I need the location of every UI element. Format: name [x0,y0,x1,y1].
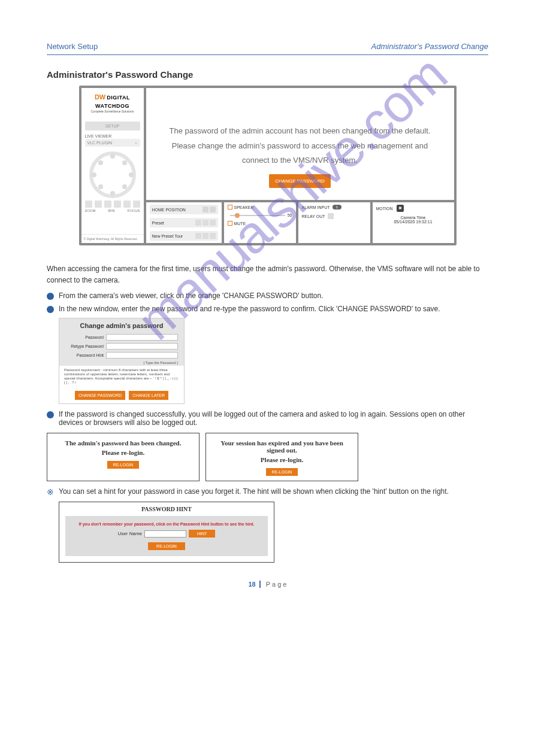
viewer-footer-controls: HOME POSITION Preset New Preset Tour [146,200,454,243]
retype-password-input[interactable] [106,343,178,350]
viewer-sidebar: DWDIGITAL WATCHDOG Complete Surveillance… [81,88,146,243]
logo-mark: DW [95,93,105,101]
page-label: P a g e [266,581,287,588]
ptz-buttons[interactable] [85,201,140,208]
password-requirement-text: Password requirement : minimum 8 charact… [59,366,184,388]
speaker-checkbox[interactable] [228,205,232,210]
relogin-button[interactable]: RE-LOGIN [266,468,298,476]
prompt-line2: Please change the admin's password to ac… [158,139,442,168]
setup-button[interactable]: SETUP [85,122,140,130]
password-input[interactable] [106,334,178,341]
change-password-prompt: The password of the admin account has no… [146,88,454,200]
home-position-label: HOME POSITION [152,208,201,212]
prompt-line1: The password of the admin account has no… [170,124,431,139]
live-viewer-label: LIVE VIEWER [85,134,140,138]
page-header: Network Setup Administrator's Password C… [47,42,488,55]
preset-tour-row[interactable]: New Preset Tour [150,231,218,241]
set-button[interactable] [202,207,208,212]
mute-checkbox[interactable] [228,221,232,226]
relogin-expired-msg1: Your session has expired and you have be… [211,439,353,454]
bullet-icon [47,306,54,313]
dlg-change-password-button[interactable]: CHANGE PASSWORD [75,391,125,400]
home-position-row: HOME POSITION [150,205,218,214]
hint-label: Password Hint [65,353,106,357]
preset-row[interactable]: Preset [150,218,218,227]
plugin-select[interactable]: VLC PLUGIN [85,139,140,147]
relogin-msg1: The admin's password has been changed. [52,439,194,447]
iris-label: IRIS [108,209,115,212]
change-password-dialog: Change admin's password Password Retype … [59,318,185,405]
header-topic: Administrator's Password Change [371,42,488,51]
bullet-1-text: From the camera's web viewer, click on t… [59,292,323,300]
hint-box-msg: If you don't remember your password, cli… [71,522,262,526]
brand-logo: DWDIGITAL WATCHDOG Complete Surveillance… [81,88,144,118]
retype-label: Retype Password [65,344,106,348]
logo-tagline: Complete Surveillance Solutions [85,110,140,113]
run-button[interactable] [210,207,216,212]
username-label: User Name [118,531,142,536]
header-section: Network Setup [47,42,98,51]
speaker-value: 50 [288,213,292,217]
copyright: © Digital Watchdog. All Rights Reserved. [81,234,144,243]
speaker-label: SPEAKER [234,205,254,210]
camera-time-label: Camera Time [376,215,451,220]
focus-label: FOCUS [127,209,140,212]
bullet-icon [47,411,54,418]
page-number: 18 [249,581,261,588]
hint-button[interactable]: HINT [189,530,215,538]
section-title: Administrator's Password Change [47,69,488,80]
relogin-button[interactable]: RE-LOGIN [107,461,140,469]
username-input[interactable] [144,530,186,538]
type-password-hint: [ Type the Password ] [59,360,184,366]
bullet-icon [47,293,54,300]
relogin-expired-msg2: Please re-login. [211,456,353,463]
bullet-3-text: If the password is changed successfully,… [59,410,488,427]
speaker-slider[interactable] [230,215,285,216]
hint-bullet-text: You can set a hint for your password in … [59,487,449,496]
camera-viewer: DWDIGITAL WATCHDOG Complete Surveillance… [79,86,457,245]
page-footer: 18 P a g e [47,581,488,588]
password-label: Password [65,335,106,339]
relogin-box-changed: The admin's password has been changed. P… [47,433,200,481]
zoom-label: ZOOM [85,209,96,212]
preset-label: Preset [152,221,194,225]
relay-toggle[interactable] [328,213,334,219]
relogin-msg2: Please re-login. [52,449,194,456]
ptz-control[interactable] [89,151,136,198]
motion-settings-icon[interactable]: ✖ [397,205,404,212]
mute-label: MUTE [234,221,246,226]
ptz-labels: ZOOM IRIS FOCUS [85,209,140,212]
info-icon: ※ [47,488,54,496]
relogin-row: The admin's password has been changed. P… [47,433,488,481]
viewer-content: The password of the admin account has no… [146,88,454,243]
intro-text: When accessing the camera for the first … [47,263,488,286]
camera-time-value: 05/14/2020 19:32:11 [376,220,451,224]
alarm-badge: 1 [333,205,341,210]
dlg-change-later-button[interactable]: CHANGE LATER [129,391,168,400]
password-hint-input[interactable] [106,352,178,359]
relay-out-label: RELAY OUT [302,214,325,218]
password-hint-box: PASSWORD HINT If you don't remember your… [59,502,274,563]
hint-relogin-button[interactable]: RE-LOGIN [148,542,185,550]
relogin-box-expired: Your session has expired and you have be… [205,433,358,481]
alarm-input-label: ALARM INPUT [302,205,330,210]
hint-box-title: PASSWORD HINT [59,502,274,516]
preset-tour-label: New Preset Tour [152,234,194,238]
dialog-title: Change admin's password [59,318,184,333]
change-password-button[interactable]: CHANGE PASSWORD [269,174,331,188]
bullet-2-text: In the new window, enter the new passwor… [59,305,440,313]
motion-label: MOTION [376,207,393,211]
